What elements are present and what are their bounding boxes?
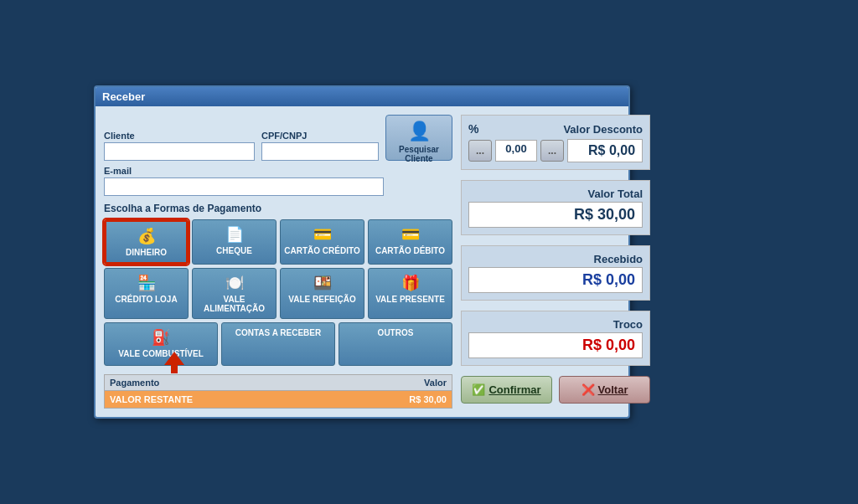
valor-total-label: Valor Total — [468, 188, 643, 200]
vale-presente-label: VALE PRESENTE — [375, 295, 445, 304]
percent-label: % — [468, 122, 478, 136]
cpf-input[interactable] — [261, 142, 379, 161]
payment-btn-vale-presente[interactable]: 🎁 VALE PRESENTE — [368, 268, 452, 319]
troco-section: Troco R$ 0,00 — [461, 311, 650, 366]
contas-receber-label: CONTAS A RECEBER — [235, 328, 321, 337]
troco-value: R$ 0,00 — [468, 332, 643, 358]
recebido-label: Recebido — [468, 253, 643, 265]
vale-refeicao-label: VALE REFEIÇÃO — [288, 295, 355, 304]
vale-alimentacao-icon: 🍽️ — [225, 274, 244, 292]
percent-value: 0,00 — [495, 140, 537, 162]
x-icon: ❌ — [581, 383, 595, 396]
cliente-group: Cliente — [104, 131, 255, 161]
payment-grid-row3: ⛽ VALE COMBUSTÍVEL CONTAS A RECEBER OUTR… — [104, 322, 452, 366]
dinheiro-icon: 💰 — [137, 227, 156, 245]
payment-section-label: Escolha a Formas de Pagamento — [104, 203, 452, 214]
payment-btn-vale-combustivel[interactable]: ⛽ VALE COMBUSTÍVEL — [104, 322, 218, 366]
cpf-group: CPF/CNPJ — [261, 131, 379, 161]
dots-btn-left[interactable]: ... — [468, 140, 492, 162]
pesquisar-label: Pesquisar Cliente — [395, 145, 443, 163]
payment-btn-vale-alimentacao[interactable]: 🍽️ VALE ALIMENTAÇÃO — [192, 268, 277, 319]
cartao-debito-label: CARTÃO DÉBITO — [375, 246, 445, 255]
email-row: E-mail — [104, 166, 452, 196]
payment-grid-row1: 💰 DINHEIRO 📄 CHEQUE 💳 CARTÃO CRÉDITO 💳 C… — [104, 219, 452, 265]
payment-btn-cartao-debito[interactable]: 💳 CARTÃO DÉBITO — [368, 219, 452, 265]
dinheiro-label: DINHEIRO — [126, 248, 167, 257]
vale-combustivel-icon: ⛽ — [152, 328, 170, 347]
confirmar-label: Confirmar — [488, 383, 540, 396]
total-value: R$ 30,00 — [468, 202, 643, 228]
main-window: Receber Cliente CPF/CNPJ 👤 Pesquisar C — [94, 85, 630, 419]
voltar-button[interactable]: ❌ Voltar — [559, 376, 650, 404]
valor-desconto-label: Valor Desconto — [563, 123, 643, 136]
payment-btn-vale-refeicao[interactable]: 🍱 VALE REFEIÇÃO — [280, 268, 364, 319]
pesquisar-button[interactable]: 👤 Pesquisar Cliente — [385, 115, 452, 161]
confirmar-button[interactable]: ✅ Confirmar — [461, 376, 552, 404]
arrow-indicator — [164, 352, 184, 373]
payment-btn-contas-receber[interactable]: CONTAS A RECEBER — [221, 322, 335, 366]
outros-label: OUTROS — [378, 328, 414, 337]
total-section: Valor Total R$ 30,00 — [461, 180, 650, 235]
row-value: R$ 30,00 — [363, 394, 447, 404]
cpf-label: CPF/CNPJ — [261, 131, 379, 141]
left-panel: Cliente CPF/CNPJ 👤 Pesquisar Cliente E-m… — [104, 115, 452, 409]
arrow-head — [164, 352, 184, 365]
person-icon: 👤 — [408, 121, 431, 142]
window-title: Receber — [102, 90, 145, 103]
cartao-credito-label: CARTÃO CRÉDITO — [284, 246, 359, 255]
payment-btn-cartao-credito[interactable]: 💳 CARTÃO CRÉDITO — [280, 219, 364, 265]
col-valor-header: Valor — [363, 378, 447, 388]
recebido-section: Recebido R$ 0,00 — [461, 245, 650, 301]
discount-section: % Valor Desconto ... 0,00 ... R$ 0,00 — [461, 115, 650, 170]
vale-alimentacao-label: VALE ALIMENTAÇÃO — [196, 295, 272, 313]
vale-refeicao-icon: 🍱 — [313, 274, 332, 292]
arrow-shaft — [171, 365, 178, 373]
payment-btn-cheque[interactable]: 📄 CHEQUE — [192, 219, 277, 265]
email-label: E-mail — [104, 166, 384, 176]
cartao-credito-icon: 💳 — [313, 225, 332, 244]
payment-table: Pagamento Valor VALOR RESTANTE R$ 30,00 — [104, 374, 452, 409]
check-icon: ✅ — [472, 383, 485, 396]
payment-btn-outros[interactable]: OUTROS — [339, 322, 452, 366]
row-label: VALOR RESTANTE — [110, 394, 363, 404]
credito-loja-icon: 🏪 — [137, 274, 156, 292]
title-bar: Receber — [96, 87, 628, 106]
cheque-label: CHEQUE — [216, 246, 252, 255]
troco-label: Troco — [468, 318, 643, 331]
email-input[interactable] — [104, 177, 384, 196]
vale-combustivel-label: VALE COMBUSTÍVEL — [118, 349, 203, 358]
confirm-row: ✅ Confirmar ❌ Voltar — [461, 376, 650, 404]
right-panel: % Valor Desconto ... 0,00 ... R$ 0,00 Va… — [461, 115, 650, 409]
cliente-input[interactable] — [104, 142, 255, 161]
vale-presente-icon: 🎁 — [401, 274, 420, 292]
client-row: Cliente CPF/CNPJ 👤 Pesquisar Cliente — [104, 115, 452, 161]
table-header: Pagamento Valor — [105, 375, 452, 391]
cliente-label: Cliente — [104, 131, 255, 141]
recebido-value: R$ 0,00 — [468, 267, 643, 293]
table-row: VALOR RESTANTE R$ 30,00 — [105, 391, 452, 408]
dots-btn-right[interactable]: ... — [540, 140, 564, 162]
credito-loja-label: CRÉDITO LOJA — [115, 295, 177, 304]
payment-btn-credito-loja[interactable]: 🏪 CRÉDITO LOJA — [104, 268, 189, 319]
cartao-debito-icon: 💳 — [401, 225, 420, 244]
cheque-icon: 📄 — [225, 225, 244, 244]
col-pagamento-header: Pagamento — [110, 378, 363, 388]
payment-btn-dinheiro[interactable]: 💰 DINHEIRO — [104, 219, 189, 265]
voltar-label: Voltar — [598, 383, 628, 396]
form-section: Cliente CPF/CNPJ 👤 Pesquisar Cliente E-m… — [104, 115, 452, 196]
desconto-value: R$ 0,00 — [567, 139, 643, 162]
payment-grid-row2: 🏪 CRÉDITO LOJA 🍽️ VALE ALIMENTAÇÃO 🍱 VAL… — [104, 268, 452, 319]
email-group: E-mail — [104, 166, 384, 196]
